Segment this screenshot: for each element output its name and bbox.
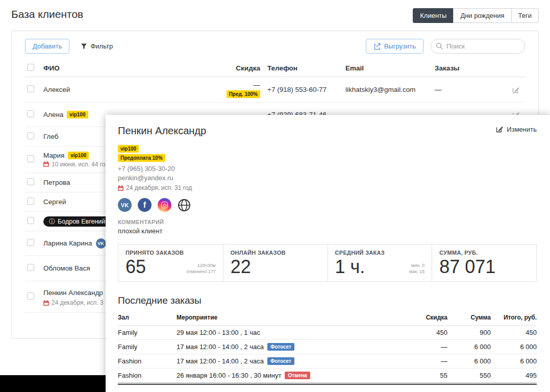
order-total: 6 000 (491, 343, 537, 351)
col-name: ФИО (43, 64, 212, 72)
order-event: 17 мая 12:00 - 14:00 , 2 часа (177, 343, 264, 351)
search-input[interactable] (431, 39, 525, 54)
stat-total-sum: СУММА, РУБ. 87 071 (432, 244, 536, 281)
tab-birthdays[interactable]: Дни рождения (453, 8, 511, 23)
order-discount: — (407, 343, 447, 351)
client-name[interactable]: Петрова (43, 179, 70, 186)
edit-client-label: Изменить (507, 126, 537, 133)
stat-value: 65 (126, 257, 146, 277)
comment-text: плохой клиент (118, 227, 537, 235)
order-row[interactable]: Family 17 мая 12:00 - 14:00 , 2 часа Фот… (118, 340, 537, 354)
vk-icon[interactable] (96, 238, 106, 249)
edit-client-button[interactable]: Изменить (495, 125, 537, 133)
info-icon: ⓘ (49, 218, 55, 225)
order-row[interactable]: Fashion 26 января 16:00 - 16:30 , 30 мин… (118, 369, 537, 383)
instagram-icon[interactable] (158, 198, 171, 212)
discount-value: — (254, 81, 261, 89)
client-tag: vip100 (68, 152, 89, 159)
order-type-badge: Фотосет (267, 343, 294, 351)
website-globe-icon[interactable] (178, 199, 191, 212)
client-card-modal: Пенкин Александр Изменить vip100 Предопл… (106, 115, 550, 392)
row-checkbox[interactable] (27, 155, 34, 162)
client-birthday: 24 декабря, исп. 3 (52, 299, 104, 306)
row-checkbox[interactable] (27, 292, 34, 300)
order-hall: Fashion (118, 372, 177, 379)
search (431, 39, 525, 54)
client-name[interactable]: Ларина Карина (43, 239, 92, 247)
birthday-icon (43, 300, 49, 306)
select-all-checkbox[interactable] (27, 64, 34, 71)
edit-row-icon[interactable] (512, 86, 525, 94)
order-sum: 6 000 (447, 357, 491, 365)
client-tag: vip100 (118, 145, 139, 153)
client-name[interactable]: Обломов Вася (43, 264, 90, 272)
add-button[interactable]: Добавить (25, 39, 69, 54)
row-checkbox[interactable] (27, 132, 34, 139)
recent-orders-title: Последние заказы (118, 295, 537, 306)
page: База клиентов Клиенты Дни рождения Теги … (0, 0, 550, 392)
col-discount: Скидка (212, 64, 260, 72)
birthday-icon (118, 185, 123, 191)
client-name[interactable]: Сергей (43, 198, 66, 206)
order-discount: 450 (407, 329, 447, 336)
orders-table-header: Зал Мероприятие Скидка Сумма Итого, руб. (118, 310, 537, 326)
order-event: 26 января 16:00 - 16:30 , 30 минут (177, 372, 281, 379)
tab-tags[interactable]: Теги (511, 8, 539, 23)
order-cancel-badge: Отмена (285, 372, 310, 379)
table-row[interactable]: Алексей — Пред. 100% +7 (918) 553-60-77 … (25, 77, 525, 103)
order-row[interactable]: Fashion 17 мая 12:00 - 14:00 , 2 часа Фо… (118, 354, 537, 369)
toolbar: Добавить Фильтр Выгрузить (12, 31, 538, 60)
client-name[interactable]: Пенкин Александр (43, 289, 103, 297)
order-discount: 55 (407, 372, 447, 379)
stat-value: 87 071 (439, 257, 495, 277)
order-discount: — (407, 357, 447, 365)
row-checkbox[interactable] (27, 110, 34, 117)
order-event: 29 мая 12:00 - 13:00 , 1 час (177, 329, 260, 336)
filter-button-label: Фильтр (90, 42, 113, 50)
tab-clients[interactable]: Клиенты (413, 8, 454, 23)
order-row[interactable]: Family 29 мая 12:00 - 13:00 , 1 час 450 … (118, 326, 537, 340)
client-birthday: 24 декабря, исп. 31 год (126, 184, 192, 191)
order-total: 6 000 (491, 357, 537, 365)
export-button-label: Выгрузить (384, 42, 416, 50)
row-checkbox[interactable] (27, 198, 34, 205)
col-orders: Заказы (435, 64, 496, 72)
client-birthday: 10 июня, исп. 44 го (52, 161, 106, 168)
stat-value: 22 (231, 257, 251, 277)
search-icon (436, 42, 443, 50)
add-button-label: Добавить (33, 42, 62, 50)
row-checkbox[interactable] (27, 217, 34, 224)
export-icon (373, 43, 381, 50)
row-checkbox[interactable] (27, 178, 34, 185)
row-checkbox[interactable] (27, 239, 34, 246)
client-phone: +7 (965) 305-30-20 (118, 164, 537, 174)
client-name: Бодров Евгений (58, 218, 105, 225)
client-email: likhatskiy3@gmail.com (345, 86, 435, 93)
blacklist-badge[interactable]: ⓘ Бодров Евгений (43, 216, 111, 227)
order-sum: 6 000 (447, 343, 491, 351)
order-sum: 900 (447, 329, 491, 336)
order-type-badge: Фотосет (267, 357, 294, 365)
export-button[interactable]: Выгрузить (366, 39, 423, 54)
row-checkbox[interactable] (27, 264, 34, 271)
client-social-links (118, 198, 537, 212)
client-name[interactable]: Глеб (43, 133, 59, 140)
client-card-title: Пенкин Александр (118, 125, 206, 137)
table-header: ФИО Скидка Телефон Email Заказы (25, 60, 525, 77)
client-name[interactable]: Мария (43, 152, 64, 159)
comment-label: КОММЕНТАРИЙ (118, 219, 537, 225)
client-tag: vip100 (67, 111, 88, 118)
client-email: penkin@yandex.ru (118, 174, 537, 183)
order-sum: 550 (447, 372, 491, 379)
birthday-icon (43, 161, 49, 167)
client-name[interactable]: Алексей (43, 86, 70, 93)
vk-icon[interactable] (118, 198, 132, 212)
order-hall: Family (118, 343, 177, 351)
row-checkbox[interactable] (27, 85, 34, 92)
client-name[interactable]: Алена (43, 111, 63, 118)
stat-orders-accepted: ПРИНЯТО ЗАКАЗОВ 65 128ч30мотменено 177 (118, 244, 223, 281)
client-stats: ПРИНЯТО ЗАКАЗОВ 65 128ч30мотменено 177 О… (118, 244, 537, 282)
order-event: 17 мая 12:00 - 14:00 , 2 часа (177, 357, 264, 365)
filter-button[interactable]: Фильтр (81, 42, 113, 50)
facebook-icon[interactable] (138, 198, 152, 212)
